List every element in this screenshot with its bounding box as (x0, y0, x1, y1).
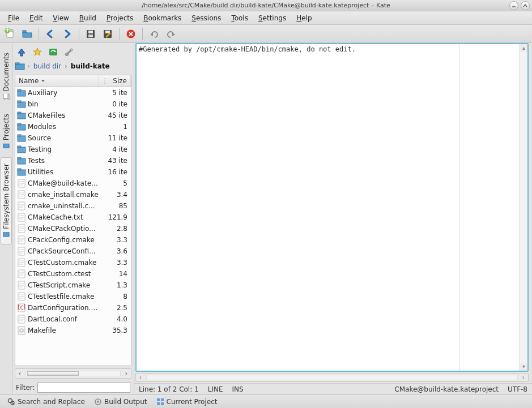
file-row[interactable]: Modules1 (15, 121, 131, 132)
header-size[interactable]: ⋮Size (99, 75, 131, 87)
fs-options-button[interactable] (62, 46, 76, 58)
sidetab-filesystem-browser[interactable]: Filesystem Browser (1, 157, 12, 244)
file-row[interactable]: DartLocal.conf4.0 (15, 313, 131, 325)
file-row[interactable]: CMakeFiles45 ite (15, 110, 131, 121)
scroll-down-icon[interactable]: ▾ (520, 363, 527, 371)
menu-projects[interactable]: Projects (102, 13, 138, 23)
menu-help[interactable]: Help (292, 13, 316, 23)
file-row[interactable]: CMake@build-kate....5 (15, 178, 131, 189)
menu-settings[interactable]: Settings (254, 13, 291, 23)
file-icon (16, 190, 27, 199)
folder-icon (16, 145, 27, 153)
redo-button[interactable] (163, 27, 179, 41)
file-name: cmake_install.cmake (27, 191, 99, 199)
back-button[interactable] (42, 27, 58, 41)
file-size: 3.6 (99, 247, 130, 255)
editor-content[interactable]: #Generated by /opt/cmake-HEAD/bin/cmake,… (137, 44, 520, 371)
menu-file[interactable]: File (3, 13, 24, 23)
fs-up-button[interactable] (15, 46, 28, 58)
svg-rect-18 (3, 144, 9, 148)
editor-vertical-scrollbar[interactable]: ▴ ▾ (520, 44, 527, 371)
window-titlebar: /home/alex/src/CMake/build dir/build-kat… (0, 0, 532, 11)
svg-rect-94 (18, 327, 25, 334)
svg-point-24 (66, 53, 69, 56)
file-list[interactable]: Auxiliary5 itebin0 iteCMakeFiles45 iteMo… (15, 87, 131, 366)
project-icon (156, 398, 164, 406)
file-row[interactable]: CTestCustom.ctest14 (15, 268, 131, 280)
file-row[interactable]: CTestTestfile.cmake8 (15, 291, 131, 302)
file-size: 35.3 (99, 327, 130, 334)
file-row[interactable]: CMakeCache.txt121.9 (15, 212, 131, 223)
file-row[interactable]: Auxiliary5 ite (15, 87, 131, 98)
breadcrumb-item[interactable]: build-kate (70, 62, 111, 70)
file-size: 11 ite (99, 134, 130, 142)
save-button[interactable] (83, 27, 99, 41)
fs-bookmark-button[interactable] (31, 46, 44, 58)
new-file-button[interactable]: + (2, 27, 18, 41)
file-row[interactable]: Tests43 ite (15, 155, 131, 166)
filter-input[interactable] (37, 383, 130, 393)
close-button[interactable] (123, 27, 139, 41)
menu-build[interactable]: Build (75, 13, 101, 23)
svg-rect-8 (88, 35, 93, 37)
header-name[interactable]: Name (15, 75, 99, 87)
scroll-left-icon[interactable]: ‹ (136, 373, 145, 381)
file-row[interactable]: Utilities16 ite (15, 166, 131, 178)
file-name: CTestCustom.cmake (27, 259, 99, 267)
undo-button[interactable] (146, 27, 162, 41)
file-row[interactable]: Testing4 ite (15, 144, 131, 155)
filter-label: Filter: (16, 384, 35, 392)
file-size: 4.0 (99, 315, 130, 323)
current-project-button[interactable]: Current Project (152, 396, 222, 407)
fs-sync-button[interactable] (46, 46, 60, 58)
file-name: Utilities (27, 168, 99, 176)
scroll-right-icon[interactable]: › (122, 370, 131, 377)
file-icon (16, 201, 27, 211)
search-replace-button[interactable]: Search and Replace (3, 396, 89, 407)
editor-horizontal-scrollbar[interactable]: ‹ › (135, 373, 529, 382)
sidetab-projects[interactable]: Projects (1, 108, 12, 156)
svg-rect-29 (18, 89, 21, 91)
file-icon (16, 179, 27, 188)
svg-rect-104 (161, 402, 164, 405)
build-output-button[interactable]: Build Output (90, 396, 151, 407)
file-row[interactable]: cmake_install.cmake3.4 (15, 189, 131, 200)
file-row[interactable]: tclDartConfiguration.tcl2.5 (15, 302, 131, 313)
editor-statusbar: Line: 1 of 2 Col: 1 LINE INS CMake@build… (134, 383, 532, 394)
forward-button[interactable] (59, 27, 75, 41)
svg-rect-43 (18, 169, 21, 170)
editor[interactable]: #Generated by /opt/cmake-HEAD/bin/cmake,… (135, 43, 529, 372)
sidetab-documents[interactable]: Documents (1, 46, 12, 106)
breadcrumb-item[interactable]: build dir (32, 62, 62, 70)
file-row[interactable]: Source11 ite (15, 132, 131, 144)
file-row[interactable]: CPackConfig.cmake3.3 (15, 234, 131, 246)
file-row[interactable]: Makefile35.3 (15, 325, 131, 336)
file-row[interactable]: CTestScript.cmake1.3 (15, 280, 131, 291)
file-row[interactable]: CMakeCPackOptio...2.8 (15, 223, 131, 234)
file-row[interactable]: CTestCustom.cmake3.3 (15, 257, 131, 268)
minimize-button[interactable] (509, 1, 518, 10)
menu-view[interactable]: View (48, 13, 73, 23)
menu-tools[interactable]: Tools (227, 13, 253, 23)
file-row[interactable]: bin0 ite (15, 98, 131, 110)
menu-sessions[interactable]: Sessions (187, 13, 225, 23)
menu-edit[interactable]: Edit (25, 13, 47, 23)
file-row[interactable]: CPackSourceConfi...3.6 (15, 246, 131, 257)
scroll-right-icon[interactable]: › (519, 373, 528, 381)
file-name: CMake@build-kate.... (27, 179, 99, 187)
fs-breadcrumb[interactable]: › build dir › build-kate (12, 60, 134, 72)
scroll-up-icon[interactable]: ▴ (520, 44, 527, 52)
status-linemode: LINE (208, 385, 223, 393)
file-icon (16, 281, 27, 290)
chevron-right-icon: › (27, 62, 30, 70)
menu-bookmarks[interactable]: Bookmarks (139, 13, 186, 23)
maximize-button[interactable] (521, 1, 530, 10)
editor-area: #Generated by /opt/cmake-HEAD/bin/cmake,… (134, 43, 532, 394)
scroll-left-icon[interactable]: ‹ (15, 370, 24, 377)
file-name: CTestCustom.ctest (27, 270, 99, 278)
open-file-button[interactable] (19, 27, 35, 41)
file-icon (16, 213, 27, 222)
file-row[interactable]: cmake_uninstall.c...85 (15, 200, 131, 212)
fs-horizontal-scrollbar[interactable]: ‹ › (15, 368, 131, 379)
save-as-button[interactable] (100, 27, 116, 41)
